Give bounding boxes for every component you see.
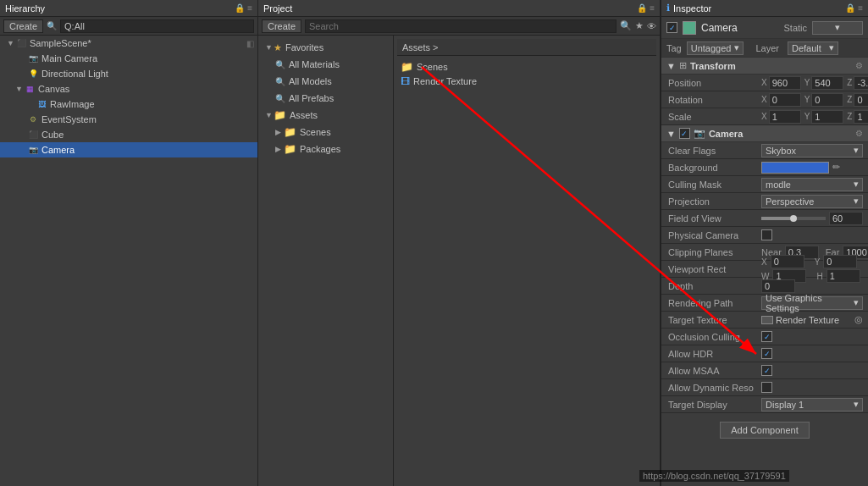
prefabs-star-icon: 🔍	[275, 94, 285, 103]
project-toolbar: Create 🔍 ★ 👁	[258, 17, 660, 36]
collapse-icon[interactable]: ◧	[246, 39, 254, 48]
scale-y-input[interactable]	[811, 110, 843, 124]
camera-settings-icon[interactable]: ⚙	[855, 129, 863, 138]
tag-dropdown[interactable]: Untagged ▾	[687, 41, 744, 55]
viewport-rect-row: Viewport Rect X Y W H	[661, 261, 868, 278]
position-y-input[interactable]	[811, 76, 843, 90]
viewport-y-input[interactable]	[823, 255, 857, 268]
add-component-button[interactable]: Add Component	[720, 422, 810, 439]
project-search-input[interactable]	[305, 19, 616, 33]
viewport-x-input[interactable]	[771, 255, 804, 268]
hierarchy-header: Hierarchy 🔒 ≡	[0, 0, 257, 17]
camera-icon: 📷	[27, 52, 39, 64]
hierarchy-item-cube[interactable]: ⬛ Cube	[0, 127, 257, 142]
hierarchy-tree: ▼ ⬛ SampleScene* ◧ 📷 Main Camera 💡 Direc…	[0, 36, 257, 486]
transform-scale-row: Scale X Y Z	[661, 108, 868, 125]
background-value: ✏	[761, 162, 863, 174]
occlusion-culling-checkbox[interactable]	[761, 331, 772, 342]
occlusion-culling-row: Occlusion Culling	[661, 329, 868, 345]
add-component-container: Add Component	[661, 413, 868, 447]
culling-mask-dropdown[interactable]: modle ▾	[761, 178, 863, 191]
tag-layer-row: Tag Untagged ▾ Layer Default ▾	[661, 39, 868, 58]
assets-expand-icon: ▼	[265, 111, 274, 119]
transform-settings-icon[interactable]: ⚙	[855, 61, 863, 70]
fov-input[interactable]	[829, 212, 863, 225]
allow-hdr-checkbox[interactable]	[761, 348, 772, 359]
project-star-icon: ★	[635, 20, 644, 31]
project-title: Project	[263, 3, 292, 14]
viewport-x-label: X	[761, 257, 767, 267]
project-favorites-header[interactable]: ▼ ★ Favorites	[258, 39, 393, 56]
project-menu-icon[interactable]: ≡	[650, 3, 655, 13]
rendering-path-dropdown[interactable]: Use Graphics Settings ▾	[761, 296, 863, 310]
project-all-materials[interactable]: 🔍 All Materials	[258, 56, 393, 73]
hierarchy-item-camera[interactable]: 📷 Camera	[0, 142, 257, 157]
layer-dropdown[interactable]: Default ▾	[788, 41, 838, 55]
project-all-prefabs[interactable]: 🔍 All Prefabs	[258, 90, 393, 107]
inspector-panel: ℹ Inspector 🔒 ≡ Camera Static ▾ Tag	[661, 0, 868, 486]
projection-dropdown[interactable]: Perspective ▾	[761, 195, 863, 208]
scale-z-field: Z	[847, 110, 868, 124]
position-z-field: Z	[847, 76, 868, 90]
position-x-input[interactable]	[769, 76, 801, 90]
scale-x-input[interactable]	[769, 110, 801, 124]
background-color-swatch[interactable]	[761, 162, 829, 174]
project-content: ▼ ★ Favorites 🔍 All Materials 🔍 All Mode…	[258, 36, 660, 486]
clear-flags-dropdown[interactable]: Skybox ▾	[761, 144, 863, 157]
project-scenes-folder[interactable]: ▶ 📁 Scenes	[258, 124, 393, 141]
project-all-models[interactable]: 🔍 All Models	[258, 73, 393, 90]
projection-arrow: ▾	[854, 196, 859, 207]
target-display-row: Target Display Display 1 ▾	[661, 396, 868, 413]
hierarchy-menu-icon[interactable]: ≡	[247, 3, 252, 13]
hierarchy-create-button[interactable]: Create	[3, 19, 43, 33]
hierarchy-item-canvas[interactable]: ▼ ▦ Canvas	[0, 81, 257, 97]
hierarchy-search-input[interactable]	[60, 19, 254, 33]
packages-expand-icon: ▶	[275, 145, 284, 153]
project-search-icon: 🔍	[620, 20, 632, 31]
depth-input[interactable]	[761, 279, 795, 293]
static-label: Static	[783, 23, 807, 33]
camera-enabled-checkbox[interactable]	[679, 128, 690, 139]
physical-camera-checkbox[interactable]	[761, 229, 772, 240]
inspector-menu-icon[interactable]: ≡	[858, 3, 863, 13]
background-pipette-icon[interactable]: ✏	[832, 162, 840, 173]
rotation-y-input[interactable]	[811, 93, 843, 107]
hierarchy-item-samplescene[interactable]: ▼ ⬛ SampleScene* ◧	[0, 36, 257, 51]
project-scenes-item[interactable]: 📁 Scenes	[397, 59, 656, 75]
position-z-input[interactable]	[854, 76, 868, 90]
project-assets-header[interactable]: ▼ 📁 Assets	[258, 107, 393, 124]
triangle-icon: ▼	[7, 39, 15, 47]
hierarchy-item-maincamera[interactable]: 📷 Main Camera	[0, 51, 257, 66]
materials-star-icon: 🔍	[275, 60, 285, 69]
inspector-header: ℹ Inspector 🔒 ≡	[661, 0, 868, 17]
object-active-checkbox[interactable]	[666, 22, 677, 33]
scale-z-input[interactable]	[854, 110, 868, 124]
project-eye-icon: 👁	[647, 21, 656, 31]
hierarchy-toolbar: Create 🔍	[0, 17, 257, 36]
fov-slider[interactable]	[761, 217, 826, 220]
transform-position-row: Position X Y Z	[661, 75, 868, 91]
tag-dropdown-arrow: ▾	[734, 42, 739, 53]
transform-expand-icon: ▼	[666, 61, 676, 71]
allow-dynamic-reso-row: Allow Dynamic Reso	[661, 379, 868, 396]
target-display-dropdown[interactable]: Display 1 ▾	[761, 398, 863, 411]
rotation-x-input[interactable]	[769, 93, 801, 107]
rotation-y-field: Y	[804, 93, 844, 107]
hierarchy-item-eventsystem[interactable]: ⚙ EventSystem	[0, 112, 257, 127]
hierarchy-item-rawimage[interactable]: 🖼 RawImage	[0, 97, 257, 112]
project-render-texture-item[interactable]: 🎞 Render Texture	[397, 75, 656, 88]
project-controls: 🔒 ≡	[637, 3, 655, 13]
transform-section-header[interactable]: ▼ ⊞ Transform ⚙	[661, 58, 868, 75]
physical-camera-row: Physical Camera	[661, 227, 868, 244]
target-texture-select-icon[interactable]: ◎	[854, 314, 863, 325]
object-name[interactable]: Camera	[701, 22, 778, 34]
allow-msaa-checkbox[interactable]	[761, 365, 772, 376]
project-create-button[interactable]: Create	[262, 19, 301, 33]
rotation-z-input[interactable]	[854, 93, 868, 107]
static-dropdown[interactable]: ▾	[812, 21, 863, 35]
clear-flags-row: Clear Flags Skybox ▾	[661, 142, 868, 159]
hierarchy-item-directionallight[interactable]: 💡 Directional Light	[0, 66, 257, 81]
allow-dynamic-reso-checkbox[interactable]	[761, 382, 772, 393]
project-packages-folder[interactable]: ▶ 📁 Packages	[258, 141, 393, 157]
camera-section-header[interactable]: ▼ 📷 Camera ⚙	[661, 125, 868, 142]
